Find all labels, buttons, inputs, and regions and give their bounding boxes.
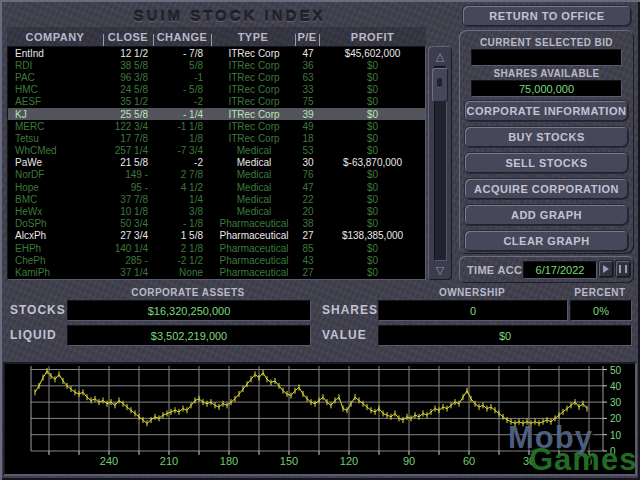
cell-change: 2 1/8 [154, 243, 212, 254]
cell-profit: $0 [320, 96, 425, 107]
table-row[interactable]: WhCMed257 1/4-7 3/4Medical53$0 [8, 145, 425, 157]
cell-profit: $0 [320, 243, 425, 254]
table-row[interactable]: AESF35 1/2-2ITRec Corp75$0 [8, 96, 425, 108]
svg-text:60: 60 [463, 455, 475, 467]
buy-stocks-button[interactable]: BUY STOCKS [465, 127, 628, 147]
clear-graph-button[interactable]: CLEAR GRAPH [465, 231, 628, 251]
cell-change: 1 5/8 [154, 230, 212, 241]
svg-text:30: 30 [610, 397, 622, 408]
table-row[interactable]: Tetsu17 7/81/8ITRec Corp18$0 [8, 132, 425, 144]
table-scrollbar[interactable]: △ ▽ [428, 46, 452, 280]
cell-profit: $0 [320, 109, 425, 120]
table-row[interactable]: DoSPh50 3/4- 1/8Pharmaceutical38$0 [8, 218, 425, 230]
add-graph-button[interactable]: ADD GRAPH [465, 205, 628, 225]
cell-profit: $0 [320, 194, 425, 205]
table-row[interactable]: HMC24 5/8- 5/8ITRec Corp33$0 [8, 84, 425, 96]
cell-close: 10 1/8 [104, 206, 154, 217]
svg-text:30: 30 [523, 455, 535, 467]
cell-profit: $-63,870,000 [320, 157, 425, 168]
cell-type: ITRec Corp [212, 84, 296, 95]
cell-type: Pharmaceutical [212, 218, 296, 229]
sell-stocks-button[interactable]: SELL STOCKS [465, 153, 628, 173]
cell-pe: 75 [296, 96, 320, 107]
cell-company: NorDF [8, 169, 104, 180]
cell-company: MERC [8, 121, 104, 132]
time-play-button[interactable] [599, 261, 613, 277]
cell-profit: $0 [320, 255, 425, 266]
table-row[interactable]: MERC122 3/4-1 1/8ITRec Corp49$0 [8, 120, 425, 132]
cell-close: 95 - [104, 182, 154, 193]
table-row[interactable]: EHPh140 1/42 1/8Pharmaceutical85$0 [8, 242, 425, 254]
acquire-corporation-button[interactable]: ACQUIRE CORPORATION [465, 179, 628, 199]
cell-change: - 7/8 [154, 48, 212, 59]
return-to-office-button[interactable]: RETURN TO OFFICE [463, 6, 631, 26]
cell-type: ITRec Corp [212, 109, 296, 120]
percent-value-field: 0% [570, 300, 632, 321]
cell-pe: 49 [296, 121, 320, 132]
cell-pe: 27 [296, 230, 320, 241]
svg-text:20: 20 [610, 413, 622, 424]
ownership-header: OWNERSHIP [378, 287, 566, 298]
table-row[interactable]: NorDF149 -2 7/8Medical76$0 [8, 169, 425, 181]
cell-company: RDI [8, 60, 104, 71]
cell-change: - 1/4 [154, 109, 212, 120]
chart-svg: 240210180150120906030001020304050 [5, 364, 635, 474]
stock-table: COMPANY CLOSE CHANGE TYPE P/E PROFIT Ent… [7, 27, 454, 282]
time-acc-panel: TIME ACC. 6/17/2022 [459, 256, 634, 283]
time-pause-button[interactable] [616, 261, 630, 277]
table-row[interactable]: PaWe21 5/8-2Medical30$-63,870,000 [8, 157, 425, 169]
cell-profit: $0 [320, 145, 425, 156]
cell-change: - 5/8 [154, 84, 212, 95]
cell-company: WhCMed [8, 145, 104, 156]
svg-text:10: 10 [610, 430, 622, 441]
table-row[interactable]: PAC96 3/8-1ITRec Corp63$0 [8, 71, 425, 83]
cell-type: Medical [212, 157, 296, 168]
cell-change: 1/8 [154, 133, 212, 144]
scroll-down-button[interactable]: ▽ [431, 262, 449, 278]
table-row[interactable]: Hope95 -4 1/2Medical47$0 [8, 181, 425, 193]
table-row[interactable]: HeWx10 1/83/8Medical20$0 [8, 205, 425, 217]
cell-type: Medical [212, 194, 296, 205]
cell-pe: 38 [296, 218, 320, 229]
cell-type: ITRec Corp [212, 96, 296, 107]
corporate-information-button[interactable]: CORPORATE INFORMATION [465, 101, 628, 121]
liquid-label: LIQUID [10, 328, 57, 342]
cell-pe: 39 [296, 109, 320, 120]
table-row[interactable]: ChePh285 --2 1/2Pharmaceutical43$0 [8, 254, 425, 266]
cell-change: 2 7/8 [154, 169, 212, 180]
table-row[interactable]: EntInd12 1/2- 7/8ITRec Corp47$45,602,000 [8, 47, 425, 59]
cell-pe: 20 [296, 206, 320, 217]
stock-market-screen: SUIM STOCK INDEX COMPANY CLOSE CHANGE TY… [0, 0, 640, 480]
cell-profit: $138,385,000 [320, 230, 425, 241]
scrollbar-thumb[interactable] [432, 68, 448, 102]
table-row[interactable]: RDI38 5/85/8ITRec Corp36$0 [8, 59, 425, 71]
table-row[interactable]: BMC37 7/81/4Medical22$0 [8, 193, 425, 205]
cell-pe: 63 [296, 72, 320, 83]
column-header-type: TYPE [211, 31, 295, 43]
cell-pe: 36 [296, 60, 320, 71]
trading-controls-group: CURRENT SELECTED BID SHARES AVAILABLE 75… [459, 30, 634, 254]
table-row[interactable]: KJ25 5/8- 1/4ITRec Corp39$0 [8, 108, 425, 120]
cell-type: ITRec Corp [212, 60, 296, 71]
svg-text:150: 150 [280, 455, 298, 467]
scroll-up-button[interactable]: △ [431, 48, 449, 64]
cell-close: 38 5/8 [104, 60, 154, 71]
triangle-down-icon: ▽ [436, 265, 444, 276]
svg-text:50: 50 [610, 365, 622, 376]
svg-text:120: 120 [340, 455, 358, 467]
svg-text:0: 0 [586, 455, 592, 467]
cell-profit: $0 [320, 169, 425, 180]
cell-type: Medical [212, 145, 296, 156]
cell-close: 24 5/8 [104, 84, 154, 95]
table-row[interactable]: AlcxPh27 3/41 5/8Pharmaceutical27$138,38… [8, 230, 425, 242]
cell-close: 37 1/4 [104, 267, 154, 278]
cell-change: -1 1/8 [154, 121, 212, 132]
stocks-label: STOCKS [10, 303, 66, 317]
cell-type: Pharmaceutical [212, 255, 296, 266]
cell-change: 3/8 [154, 206, 212, 217]
cell-change: 4 1/2 [154, 182, 212, 193]
column-header-change: CHANGE [153, 31, 211, 43]
stocks-value: $16,320,250,000 [148, 305, 231, 317]
table-row[interactable]: KamiPh37 1/4NonePharmaceutical27$0 [8, 266, 425, 278]
cell-pe: 85 [296, 243, 320, 254]
